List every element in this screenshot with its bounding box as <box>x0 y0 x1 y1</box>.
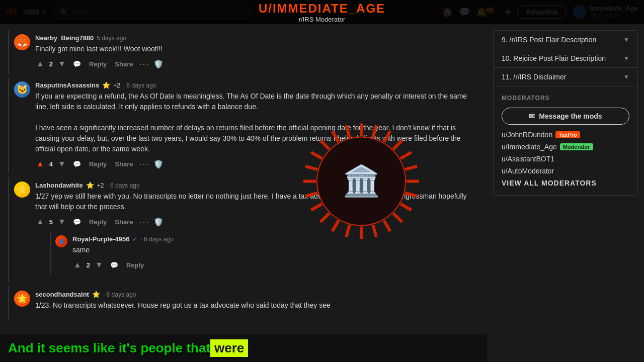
comment-header: secondhandsaint ⭐ · 6 days ago <box>35 291 479 298</box>
comment-actions: ▲ 4 ▼ 💬 Reply Share ··· 🛡️ <box>35 158 479 169</box>
comment-header: Royal-Purple-4956 ✓ · 6 days ago <box>72 235 479 243</box>
award-icon: ⭐ <box>86 182 94 189</box>
reply-button[interactable]: Reply <box>87 217 109 227</box>
moderators-section: Moderators ✉ Message the mods u/JohnRDun… <box>494 86 637 195</box>
comment-icon[interactable]: 💬 <box>108 260 120 270</box>
commenter-username[interactable]: RasputinsAssassins <box>35 81 99 89</box>
comment-header: Nearby_Being7880 5 days ago <box>35 34 479 42</box>
downvote-button[interactable]: ▼ <box>94 259 104 270</box>
commenter-username[interactable]: Nearby_Being7880 <box>35 34 94 42</box>
message-mods-label: Message the mods <box>539 112 602 120</box>
moderators-title: Moderators <box>502 95 629 102</box>
commenter-username[interactable]: Lashondawhite <box>35 182 83 189</box>
mail-icon: ✉ <box>529 112 535 120</box>
avatar: 🦊 <box>14 34 30 50</box>
sidebar: 9. /r/IRS Post Flair Description ▼ 10. R… <box>487 24 644 362</box>
accordion-item-10: 10. Rejoice Post Flair Description ▼ <box>494 49 637 68</box>
accordion-label-11: 11. /r/IRS Disclaimer <box>502 73 566 81</box>
comment-body: secondhandsaint ⭐ · 6 days ago 1/23. No … <box>35 291 479 315</box>
shield-icon[interactable]: 🛡️ <box>153 217 164 227</box>
message-mods-button[interactable]: ✉ Message the mods <box>502 108 629 125</box>
accordion-label-10: 10. Rejoice Post Flair Description <box>502 54 606 62</box>
comment-text: 1/23. No transcripts whatsoever. House r… <box>35 300 479 311</box>
accordion-item-9: 9. /r/IRS Post Flair Description ▼ <box>494 31 637 49</box>
accordion-header-9[interactable]: 9. /r/IRS Post Flair Description ▼ <box>494 31 637 49</box>
commenter-username[interactable]: secondhandsaint <box>35 291 89 298</box>
shield-icon[interactable]: 🛡️ <box>153 159 164 169</box>
mod-link[interactable]: u/Immediate_Age <box>502 143 557 151</box>
more-options-button[interactable]: ··· <box>139 217 149 227</box>
comment-body: RasputinsAssassins ⭐ +2 · 6 days ago If … <box>35 81 479 169</box>
comment-body: Lashondawhite ⭐ +2 · 6 days ago 1/27 yep… <box>35 182 479 279</box>
comment-timestamp: · 6 days ago <box>140 236 173 243</box>
accordion-header-11[interactable]: 11. /r/IRS Disclaimer ▼ <box>494 68 637 86</box>
accordion-item-11: 11. /r/IRS Disclaimer ▼ <box>494 68 637 86</box>
comment-body: Royal-Purple-4956 ✓ · 6 days ago same ▲ … <box>72 235 479 270</box>
mod-link[interactable]: u/JohnRDundon <box>502 131 552 139</box>
comment-row: ⭐ Lashondawhite ⭐ +2 · 6 days ago 1/27 y… <box>8 177 479 283</box>
avatar: 🌟 <box>14 291 30 307</box>
comment-row: 🐱 RasputinsAssassins ⭐ +2 · 6 days ago I… <box>8 77 479 173</box>
comment-timestamp: · 6 days ago <box>123 82 156 89</box>
view-all-mods-link[interactable]: VIEW ALL MODERATORS <box>502 179 629 187</box>
chevron-down-icon: ▼ <box>623 55 629 62</box>
share-button[interactable]: Share <box>113 59 135 69</box>
overlay-banner: U/IMMEDIATE_AGE r/IRS Moderator <box>0 0 644 24</box>
downvote-button[interactable]: ▼ <box>57 58 67 69</box>
more-options-button[interactable]: ··· <box>139 159 149 169</box>
comment-icon[interactable]: 💬 <box>71 159 83 169</box>
comment-header: RasputinsAssassins ⭐ +2 · 6 days ago <box>35 81 479 89</box>
comment-row: 🌟 secondhandsaint ⭐ · 6 days ago 1/23. N… <box>8 287 479 319</box>
avatar: 👤 <box>55 235 67 247</box>
more-options-button[interactable]: ··· <box>139 59 149 69</box>
sidebar-card: 9. /r/IRS Post Flair Description ▼ 10. R… <box>493 30 638 196</box>
chevron-down-icon: ▼ <box>623 36 629 43</box>
comment-actions: ▲ 5 ▼ 💬 Reply Share ··· 🛡️ <box>35 216 479 227</box>
reply-button[interactable]: Reply <box>87 59 109 69</box>
comment-timestamp: · 6 days ago <box>107 182 139 189</box>
share-button[interactable]: Share <box>113 217 135 227</box>
mod-link[interactable]: u/AutoModerator <box>502 167 629 175</box>
mod-flair: Moderator <box>560 143 593 150</box>
award-icon: ⭐ <box>92 291 100 298</box>
commenter-username[interactable]: Royal-Purple-4956 <box>72 235 129 243</box>
upvote-button[interactable]: ▲ <box>72 259 83 270</box>
comment-text: If you are expecting a refund, the As Of… <box>35 91 479 154</box>
vote-count: 2 <box>49 60 53 68</box>
mod-flair: TaxPro <box>555 131 580 138</box>
comment-icon[interactable]: 💬 <box>71 59 83 69</box>
mod-link[interactable]: u/AssistantBOT1 <box>502 155 629 163</box>
award-icon: ⭐ <box>102 81 110 89</box>
mod-item: u/Immediate_Age Moderator <box>502 143 629 151</box>
comment-actions: ▲ 2 ▼ 💬 Reply <box>72 259 479 270</box>
mod-item: u/JohnRDundon TaxPro <box>502 131 629 139</box>
comment-icon[interactable]: 💬 <box>71 217 83 227</box>
vote-count: 5 <box>49 218 53 226</box>
reply-button[interactable]: Reply <box>87 159 109 169</box>
content-area: 🦊 Nearby_Being7880 5 days ago Finally go… <box>0 24 487 362</box>
accordion-label-9: 9. /r/IRS Post Flair Description <box>502 36 596 44</box>
overlay-username: U/IMMEDIATE_AGE <box>259 2 385 16</box>
upvote-button[interactable]: ▲ <box>35 216 45 227</box>
avatar: 🐱 <box>14 81 30 98</box>
comment-text: Finally got mine last week!!! Woot woot!… <box>35 44 479 54</box>
comment-timestamp: · 6 days ago <box>103 291 136 298</box>
downvote-button[interactable]: ▼ <box>57 158 67 169</box>
comment-header: Lashondawhite ⭐ +2 · 6 days ago <box>35 182 479 189</box>
reply-button[interactable]: Reply <box>124 260 146 270</box>
downvote-button[interactable]: ▼ <box>57 216 67 227</box>
mod-item: u/AssistantBOT1 <box>502 155 629 163</box>
comment-actions: ▲ 2 ▼ 💬 Reply Share ··· 🛡️ <box>35 58 479 69</box>
accordion-header-10[interactable]: 10. Rejoice Post Flair Description ▼ <box>494 49 637 67</box>
vote-count: 2 <box>87 261 90 269</box>
shield-icon[interactable]: 🛡️ <box>153 59 164 69</box>
upvote-button[interactable]: ▲ <box>35 58 45 69</box>
topnav: dit r/IRS ▾ 🔍 r/IRS 🏠 💬 🔔 69 + Advertise… <box>0 0 644 24</box>
vote-count: 4 <box>49 160 53 168</box>
share-button[interactable]: Share <box>113 159 135 169</box>
comment-body: Nearby_Being7880 5 days ago Finally got … <box>35 34 479 69</box>
upvote-button[interactable]: ▲ <box>35 158 45 169</box>
main-layout: 🦊 Nearby_Being7880 5 days ago Finally go… <box>0 24 644 362</box>
nested-comment: 👤 Royal-Purple-4956 ✓ · 6 days ago same … <box>50 231 479 275</box>
overlay-role: r/IRS Moderator <box>299 16 345 23</box>
